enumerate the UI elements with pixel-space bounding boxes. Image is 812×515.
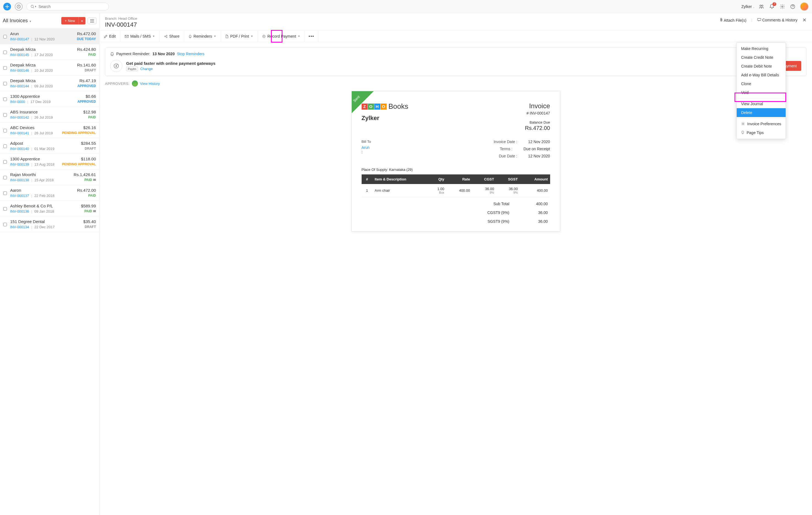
view-history-link[interactable]: View History [140,82,160,86]
reminder-date: 13 Nov 2020 [152,52,175,56]
search-icon [30,5,34,8]
menu-clone[interactable]: Clone [737,80,786,88]
invoice-row[interactable]: 1300 Apprentice$0.66INV-0000|17 Dec 2019… [0,91,99,107]
mails-button[interactable]: Mails / SMS ▼ [120,31,160,42]
menu-make-recurring[interactable]: Make Recurring [737,44,786,53]
help-icon[interactable] [789,3,796,10]
doc-type: Invoice [525,102,550,110]
branch-label: Branch: Head Office [105,17,807,21]
invoice-row[interactable]: ArunRs.472.00INV-000147|12 Nov 2020DUE T… [0,29,99,44]
totals-row: CGST9 (9%)36.00 [361,208,550,217]
toolbar: Edit Mails / SMS ▼ Share Reminders ▼ PDF… [99,31,812,42]
menu-create-credit-note[interactable]: Create Credit Note [737,53,786,62]
reminder-prefix: Payment Reminder: [116,52,150,56]
invoice-row[interactable]: ABC Devices$26.16INV-000141|26 Jul 2019P… [0,122,99,138]
svg-point-8 [164,36,165,36]
edit-button[interactable]: Edit [99,31,120,42]
create-button[interactable] [3,3,11,10]
detail-pane: Branch: Head Office INV-000147 Attach Fi… [99,13,812,515]
row-checkbox[interactable] [3,142,7,151]
row-checkbox[interactable] [3,95,7,104]
invoice-list[interactable]: ArunRs.472.00INV-000147|12 Nov 2020DUE T… [0,29,99,515]
search-input[interactable] [38,4,105,9]
share-button[interactable]: Share [160,31,184,42]
org-selector[interactable]: Zylker ⌵ [742,4,754,9]
list-menu-button[interactable] [88,18,96,24]
svg-point-1 [31,5,33,7]
menu-invoice-preferences[interactable]: Invoice Preferences [737,119,786,128]
invoice-row[interactable]: AaronRs.472.00INV-000137|22 Feb 2018PAID [0,185,99,201]
row-checkbox[interactable] [3,204,7,213]
topbar: ▼ Zylker ⌵ 7 [0,0,812,13]
invoice-row[interactable]: 151 Degree Dental$35.40INV-000134|22 Dec… [0,216,99,232]
svg-point-2 [760,5,761,6]
svg-point-12 [743,123,744,124]
row-checkbox[interactable] [3,126,7,135]
settings-icon[interactable] [779,3,786,10]
comments-history[interactable]: Comments & History [757,18,798,22]
svg-point-3 [762,5,763,6]
row-checkbox[interactable] [3,48,7,57]
search-filter-caret[interactable]: ▼ [34,5,37,8]
attach-files[interactable]: Attach File(s) [720,18,747,23]
svg-point-10 [166,37,167,38]
history-button[interactable] [15,3,23,10]
refer-icon[interactable] [758,3,765,10]
menu-page-tips[interactable]: Page Tips [737,128,786,137]
close-icon[interactable]: ✕ [802,17,807,23]
reminder-panel: Payment Reminder: 13 Nov 2020 Stop Remin… [105,48,807,76]
reminders-button[interactable]: Reminders ▼ [184,31,221,42]
balance-amount: Rs.472.00 [525,125,550,131]
invoice-row[interactable]: Deepak MirzaRs.424.80INV-000145|17 Jul 2… [0,44,99,60]
invoice-row[interactable]: Deepak MirzaRs.47.19INV-000144|09 Jul 20… [0,75,99,91]
row-checkbox[interactable] [3,220,7,229]
row-checkbox[interactable] [3,157,7,166]
more-dropdown: Make RecurringCreate Credit NoteCreate D… [736,42,786,139]
pdf-button[interactable]: PDF / Print ▼ [221,31,258,42]
new-button-dropdown[interactable]: ▼ [78,17,85,25]
invoice-list-pane: All Invoices ▼ + New ▼ ArunRs.472.00INV-… [0,13,99,515]
balance-label: Balance Due [525,120,550,124]
invoice-row[interactable]: Adpost$284.55INV-000140|01 Mar 2019DRAFT [0,138,99,154]
menu-void[interactable]: Void [737,88,786,97]
menu-create-debit-note[interactable]: Create Debit Note [737,62,786,70]
place-of-supply: Place Of Supply: Karnataka (29) [361,168,550,172]
bell-icon [110,52,114,56]
menu-view-journal[interactable]: View Journal [737,99,786,108]
row-checkbox[interactable] [3,79,7,88]
invoice-row[interactable]: ABS Insurance$12.98INV-000142|26 Jul 201… [0,107,99,122]
paytm-badge: Paytm [126,67,138,71]
more-button[interactable]: ••• [305,31,318,42]
line-item: 1 Arm chair 1.00Box 400.00 36.009% 36.00… [361,184,550,197]
record-payment-button[interactable]: Record Payment ▼ [258,31,305,42]
doc-number: # INV-000147 [525,111,550,115]
list-filter[interactable]: All Invoices ▼ [3,18,32,24]
approver-avatar[interactable] [132,81,138,87]
svg-point-9 [166,35,167,36]
new-button[interactable]: + New [61,17,78,25]
change-gateway-link[interactable]: Change [140,67,153,71]
bill-colon: : [361,150,371,154]
invoice-row[interactable]: Rajan MoorthiRs.1,426.61INV-000138|15 Ap… [0,170,99,185]
items-table: #Item & DescriptionQtyRateCGSTSGSTAmount… [361,174,550,197]
menu-add-e-way-bill-details[interactable]: Add e-Way Bill Details [737,70,786,80]
search-box[interactable]: ▼ [26,2,109,11]
svg-point-4 [782,6,783,7]
bill-to-name[interactable]: Arun [361,145,371,150]
stop-reminders-link[interactable]: Stop Reminders [177,52,204,56]
payment-icon [110,60,122,72]
invoice-row[interactable]: Deepak MirzaRs.141.60INV-000146|10 Jul 2… [0,60,99,75]
notifications-icon[interactable]: 7 [768,3,775,10]
row-checkbox[interactable] [3,111,7,119]
company-name: Zylker [361,115,408,122]
invoice-row[interactable]: Ashley Benoit & Co P/L$589.99INV-000136|… [0,201,99,216]
row-checkbox[interactable] [3,63,7,72]
row-checkbox[interactable] [3,173,7,182]
totals-row: SGST9 (9%)36.00 [361,217,550,226]
user-avatar[interactable] [800,2,809,11]
row-checkbox[interactable] [3,32,7,41]
totals-row: Sub Total400.00 [361,200,550,208]
menu-delete[interactable]: Delete [737,108,786,117]
row-checkbox[interactable] [3,189,7,198]
invoice-row[interactable]: 1300 Apprentice$118.00INV-000139|13 Aug … [0,154,99,170]
